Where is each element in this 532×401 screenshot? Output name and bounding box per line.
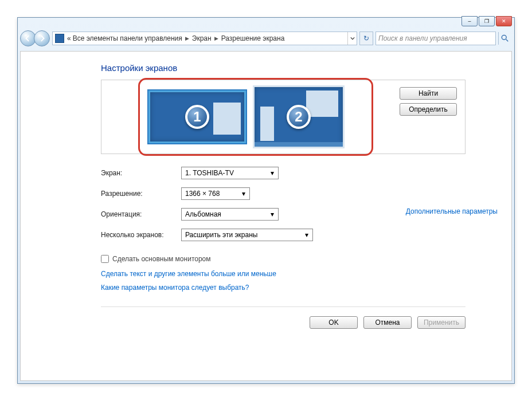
- caption-buttons: – ❐ ✕: [461, 16, 512, 26]
- chevron-down-icon: ▾: [302, 230, 311, 239]
- multi-display-dropdown[interactable]: Расширить эти экраны ▾: [181, 229, 313, 241]
- svg-line-1: [506, 40, 508, 42]
- resolution-dropdown[interactable]: 1366 × 768 ▾: [181, 187, 250, 200]
- chevron-down-icon: ▾: [239, 189, 248, 198]
- content-area: Настройки экранов 1 2 Найти Определить: [20, 51, 512, 381]
- arrow-left-icon: [25, 35, 32, 42]
- breadcrumb-prefix: «: [67, 34, 71, 42]
- search-placeholder: Поиск в панели управления: [378, 34, 493, 42]
- minimize-button[interactable]: –: [461, 16, 478, 26]
- monitor-preview-canvas[interactable]: 1 2: [101, 80, 392, 154]
- address-dropdown-button[interactable]: [347, 32, 357, 45]
- chevron-right-icon: ▶: [214, 36, 218, 41]
- chevron-right-icon: ▶: [185, 36, 189, 41]
- thumbnail-decoration: [260, 107, 274, 141]
- make-primary-checkbox[interactable]: [101, 255, 109, 263]
- identify-button[interactable]: Определить: [400, 103, 457, 116]
- ok-button[interactable]: OK: [310, 316, 358, 329]
- find-button[interactable]: Найти: [400, 87, 457, 100]
- divider: [101, 306, 466, 307]
- breadcrumb-item[interactable]: Все элементы панели управления: [73, 34, 182, 42]
- orientation-value: Альбомная: [185, 210, 221, 218]
- thumbnail-decoration: [213, 103, 241, 135]
- display-value: 1. TOSHIBA-TV: [185, 169, 234, 177]
- resolution-value: 1366 × 768: [185, 190, 220, 198]
- breadcrumb-item[interactable]: Разрешение экрана: [221, 34, 285, 42]
- orientation-label: Ориентация:: [101, 210, 181, 218]
- search-button[interactable]: [498, 32, 511, 45]
- monitor-thumbnail-2[interactable]: 2: [253, 85, 345, 148]
- display-preview-area: 1 2 Найти Определить: [101, 80, 466, 154]
- svg-point-0: [502, 35, 506, 40]
- display-dropdown[interactable]: 1. TOSHIBA-TV ▾: [181, 167, 279, 179]
- refresh-icon: ↻: [363, 34, 369, 42]
- refresh-button[interactable]: ↻: [359, 32, 373, 45]
- page-title: Настройки экранов: [101, 63, 466, 73]
- multi-display-value: Расширить эти экраны: [185, 231, 257, 239]
- search-input[interactable]: Поиск в панели управления: [375, 32, 496, 45]
- monitor-number-badge: 1: [185, 105, 209, 129]
- chevron-down-icon: ▾: [268, 168, 277, 178]
- thumbnail-decoration: [306, 91, 338, 117]
- window-frame: – ❐ ✕ « Все элементы панели управления ▶…: [17, 17, 515, 384]
- monitor-thumbnail-1[interactable]: 1: [148, 91, 246, 143]
- breadcrumb: « Все элементы панели управления ▶ Экран…: [53, 34, 347, 43]
- preview-side-buttons: Найти Определить: [392, 80, 465, 154]
- arrow-right-icon: [38, 35, 45, 42]
- navigation-bar: « Все элементы панели управления ▶ Экран…: [18, 28, 514, 49]
- display-label: Экран:: [101, 169, 181, 177]
- help-link[interactable]: Какие параметры монитора следует выбрать…: [101, 284, 249, 292]
- control-panel-icon: [55, 34, 64, 43]
- advanced-settings-link[interactable]: Дополнительные параметры: [406, 207, 498, 215]
- close-button[interactable]: ✕: [496, 16, 512, 26]
- thumbnail-decoration: [255, 142, 343, 147]
- nav-arrows: [20, 30, 50, 46]
- monitor-number-badge: 2: [287, 105, 311, 129]
- multi-display-label: Несколько экранов:: [101, 231, 181, 239]
- cancel-button[interactable]: Отмена: [363, 316, 412, 329]
- dialog-buttons: OK Отмена Применить: [101, 316, 466, 329]
- maximize-button[interactable]: ❐: [479, 16, 495, 26]
- make-primary-label: Сделать основным монитором: [112, 255, 211, 263]
- chevron-down-icon: ▾: [268, 210, 277, 219]
- orientation-dropdown[interactable]: Альбомная ▾: [181, 208, 279, 221]
- search-icon: [501, 34, 509, 42]
- chevron-down-icon: [350, 36, 355, 41]
- address-bar[interactable]: « Все элементы панели управления ▶ Экран…: [52, 32, 357, 45]
- forward-button[interactable]: [34, 30, 50, 46]
- breadcrumb-item[interactable]: Экран: [192, 34, 212, 42]
- text-size-link[interactable]: Сделать текст и другие элементы больше и…: [101, 270, 276, 278]
- apply-button[interactable]: Применить: [417, 316, 466, 329]
- resolution-label: Разрешение:: [101, 190, 181, 198]
